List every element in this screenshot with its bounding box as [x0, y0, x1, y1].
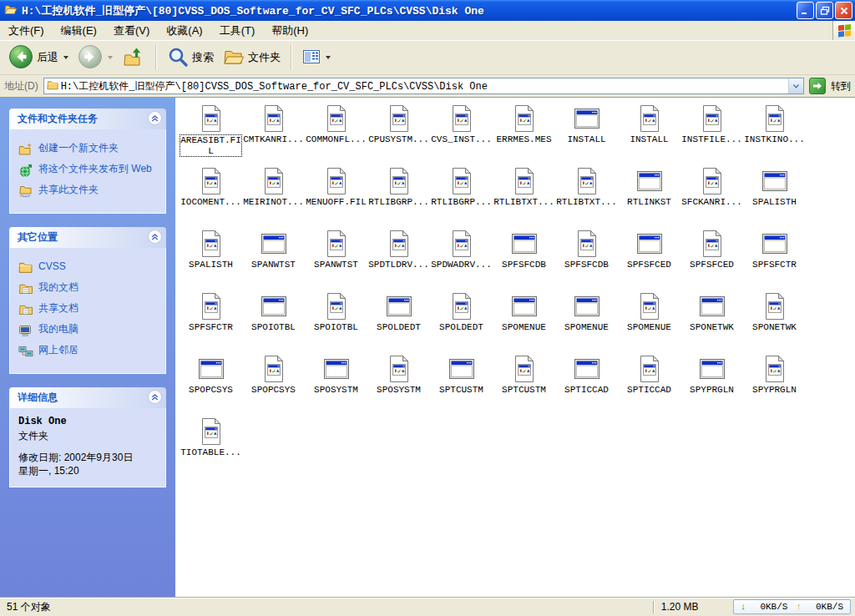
sidebar-item-folder[interactable]: CVSS: [18, 260, 159, 275]
sidebar-item-label: 我的电脑: [38, 323, 78, 336]
file-item[interactable]: TIOTABLE...: [180, 415, 242, 477]
file-item[interactable]: ERRMES.MES: [493, 102, 555, 164]
file-icon: [510, 355, 539, 383]
back-button[interactable]: 后退: [5, 43, 72, 73]
views-dropdown-caret-icon[interactable]: [326, 56, 331, 59]
file-item[interactable]: RTLINKST: [618, 164, 680, 227]
file-item[interactable]: SPANWTST: [242, 227, 305, 290]
close-button[interactable]: [835, 2, 852, 19]
file-item[interactable]: SPFSFCTR: [180, 290, 242, 352]
file-item[interactable]: RTLIBGRP...: [367, 164, 430, 227]
file-item[interactable]: CVS_INST...: [430, 102, 493, 164]
file-item[interactable]: SPONETWK: [743, 290, 806, 352]
panel-body-tasks: 创建一个新文件夹将这个文件夹发布到 Web共享此文件夹: [9, 129, 166, 214]
menu-item-5[interactable]: 帮助(H): [263, 22, 316, 40]
views-button[interactable]: [299, 47, 334, 69]
collapse-chevron-icon[interactable]: [148, 111, 162, 128]
file-item[interactable]: SPALISTH: [180, 227, 242, 290]
file-item[interactable]: SPTICCAD: [618, 352, 680, 415]
file-item[interactable]: SPFSFCED: [680, 227, 743, 290]
file-label: SPOSYSTM: [377, 385, 421, 395]
file-item[interactable]: SFCKANRI...: [680, 164, 743, 227]
file-item[interactable]: SPTICCAD: [555, 352, 618, 415]
go-button[interactable]: [809, 78, 826, 94]
app-window-icon: [197, 355, 225, 383]
search-button[interactable]: 搜索: [164, 44, 217, 72]
minimize-button[interactable]: [797, 2, 814, 19]
folders-button[interactable]: 文件夹: [220, 45, 284, 71]
file-item[interactable]: SPOPCSYS: [180, 352, 242, 415]
panel-header-tasks[interactable]: 文件和文件夹任务: [9, 109, 166, 129]
sidebar-item-my-computer[interactable]: 我的电脑: [18, 323, 159, 338]
file-item[interactable]: SPOLDEDT: [430, 290, 493, 352]
file-item[interactable]: SPOIOTBL: [305, 290, 367, 352]
menu-item-4[interactable]: 工具(T): [211, 22, 264, 40]
sidebar-item-shared-documents[interactable]: 共享文档: [18, 302, 159, 317]
file-item[interactable]: RTLIBTXT...: [493, 164, 555, 227]
address-dropdown-button[interactable]: [788, 78, 803, 93]
file-item[interactable]: CPUSYSTM...: [367, 102, 430, 164]
sidebar-item-my-documents[interactable]: 我的文档: [18, 281, 159, 296]
file-item[interactable]: SPDTLDRV...: [367, 227, 430, 290]
collapse-chevron-icon[interactable]: [148, 230, 162, 246]
file-item[interactable]: AREASIBT.FIL: [180, 102, 242, 164]
menu-item-3[interactable]: 收藏(A): [158, 22, 210, 40]
file-item[interactable]: SPOIOTBL: [242, 290, 305, 352]
file-icon: [385, 355, 413, 383]
file-item[interactable]: SPOLDEDT: [367, 290, 430, 352]
collapse-chevron-icon[interactable]: [148, 390, 162, 406]
menu-item-0[interactable]: 文件(F): [0, 22, 53, 40]
forward-arrow-icon: [78, 44, 103, 72]
address-input[interactable]: H:\工控机软件_旧型停产\[80]CVSS_DOS_Software_for_…: [43, 78, 804, 94]
file-label: SPONETWK: [752, 322, 797, 332]
panel-header-places[interactable]: 其它位置: [9, 227, 166, 248]
file-item[interactable]: CMTKANRI...: [242, 102, 305, 164]
go-label[interactable]: 转到: [831, 79, 851, 93]
file-item[interactable]: SPFSFCDB: [555, 227, 618, 290]
panel-header-details[interactable]: 详细信息: [9, 387, 166, 408]
file-item[interactable]: SPANWTST: [305, 227, 367, 290]
file-item[interactable]: SPDWADRV...: [430, 227, 493, 290]
file-item[interactable]: SPYPRGLN: [680, 352, 743, 415]
file-label: SPANWTST: [251, 260, 296, 270]
sidebar-item-share-folder[interactable]: 共享此文件夹: [18, 184, 159, 199]
file-item[interactable]: SPOSYSTM: [305, 352, 367, 415]
file-item[interactable]: SPOMENUE: [493, 290, 555, 352]
menu-item-1[interactable]: 编辑(E): [53, 22, 105, 40]
file-item[interactable]: INSTFILE...: [680, 102, 743, 164]
file-item[interactable]: INSTALL: [555, 102, 618, 164]
file-item[interactable]: MEIRINOT...: [242, 164, 305, 227]
up-button[interactable]: [119, 43, 149, 73]
file-list: AREASIBT.FILCMTKANRI...COMMONFL...CPUSYS…: [175, 98, 855, 597]
sidebar-item-label: 创建一个新文件夹: [38, 142, 119, 154]
file-item[interactable]: SPOMENUE: [555, 290, 618, 352]
back-dropdown-caret-icon[interactable]: [63, 56, 68, 59]
file-item[interactable]: MENUOFF.FIL: [305, 164, 367, 227]
explorer-window: H:\工控机软件_旧型停产\[80]CVSS_DOS_Software_for_…: [0, 0, 855, 616]
file-item[interactable]: SPOSYSTM: [367, 352, 430, 415]
file-item[interactable]: SPTCUSTM: [493, 352, 555, 415]
restore-button[interactable]: [816, 2, 833, 19]
file-item[interactable]: SPFSFCTR: [743, 227, 806, 290]
file-item[interactable]: INSTKINO...: [743, 102, 806, 164]
file-item[interactable]: COMMONFL...: [305, 102, 367, 164]
file-item[interactable]: SPFSFCDB: [493, 227, 555, 290]
file-label: SPALISTH: [752, 197, 797, 207]
forward-button[interactable]: [74, 43, 116, 73]
file-item[interactable]: SPFSFCED: [618, 227, 680, 290]
sidebar-item-network[interactable]: 网上邻居: [18, 344, 159, 359]
file-item[interactable]: INSTALL: [618, 102, 680, 164]
file-icon: [197, 167, 225, 195]
file-item[interactable]: SPYPRGLN: [743, 352, 806, 415]
file-item[interactable]: IOCOMENT...: [180, 164, 242, 227]
file-item[interactable]: RTLIBTXT...: [555, 164, 618, 227]
menu-item-2[interactable]: 查看(V): [105, 22, 158, 40]
file-item[interactable]: RTLIBGRP...: [430, 164, 493, 227]
sidebar-item-new-folder[interactable]: 创建一个新文件夹: [18, 142, 159, 157]
sidebar-item-publish-web[interactable]: 将这个文件夹发布到 Web: [18, 163, 159, 178]
file-item[interactable]: SPOPCSYS: [242, 352, 305, 415]
file-item[interactable]: SPTCUSTM: [430, 352, 493, 415]
file-item[interactable]: SPONETWK: [680, 290, 743, 352]
file-item[interactable]: SPALISTH: [743, 164, 806, 227]
file-item[interactable]: SPOMENUE: [618, 290, 680, 352]
